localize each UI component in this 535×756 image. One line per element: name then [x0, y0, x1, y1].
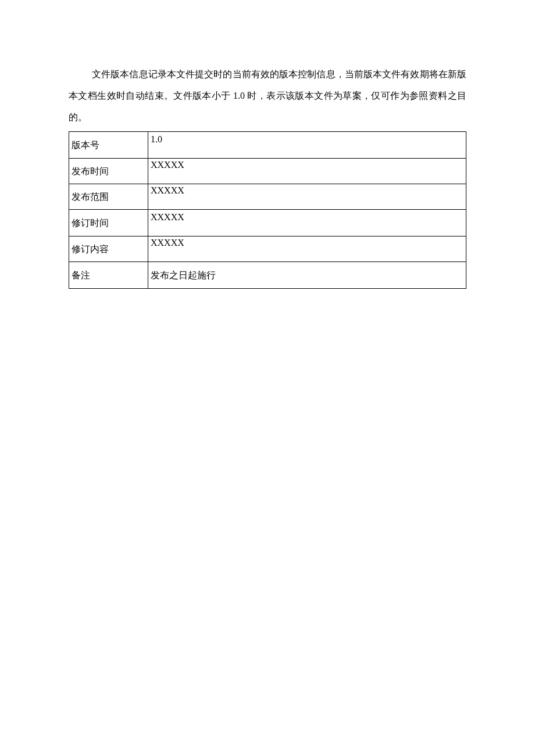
row-value-revision-content: XXXXX	[148, 237, 466, 262]
table-row: 修订内容 XXXXX	[69, 237, 466, 262]
version-info-table: 版本号 1.0 发布时间 XXXXX 发布范围 XXXXX 修订时间 XXXXX…	[69, 131, 466, 289]
table-row: 版本号 1.0	[69, 132, 466, 159]
row-value-publish-scope: XXXXX	[148, 184, 466, 210]
row-value-version: 1.0	[148, 132, 466, 159]
table-row: 备注 发布之日起施行	[69, 262, 466, 289]
row-label-version: 版本号	[69, 132, 148, 159]
row-label-publish-time: 发布时间	[69, 159, 148, 184]
row-label-publish-scope: 发布范围	[69, 184, 148, 210]
table-row: 发布范围 XXXXX	[69, 184, 466, 210]
row-label-revision-time: 修订时间	[69, 210, 148, 237]
table-row: 发布时间 XXXXX	[69, 159, 466, 184]
row-label-revision-content: 修订内容	[69, 237, 148, 262]
row-label-note: 备注	[69, 262, 148, 289]
row-value-note: 发布之日起施行	[148, 262, 466, 289]
table-row: 修订时间 XXXXX	[69, 210, 466, 237]
intro-paragraph: 文件版本信息记录本文件提交时的当前有效的版本控制信息，当前版本文件有效期将在新版…	[69, 64, 466, 128]
row-value-publish-time: XXXXX	[148, 159, 466, 184]
row-value-revision-time: XXXXX	[148, 210, 466, 237]
